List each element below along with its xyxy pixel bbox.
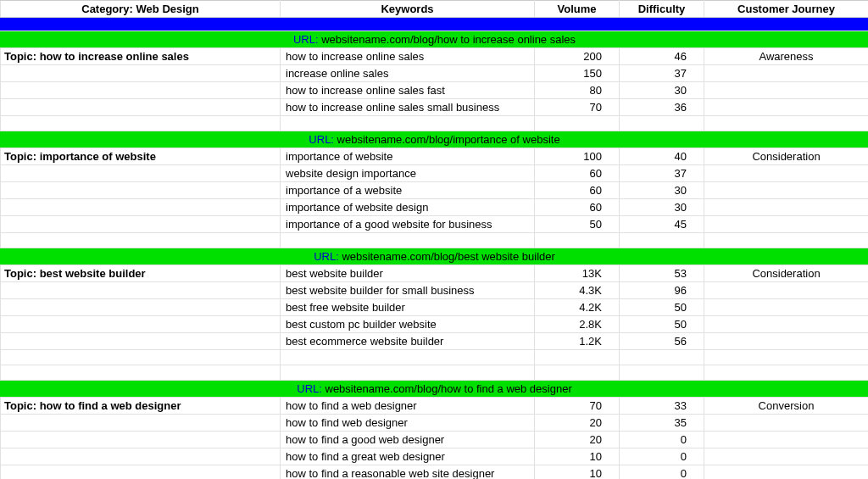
journey-cell — [704, 182, 869, 199]
topic-name: how to find a web designer — [40, 399, 181, 412]
topic-name: importance of website — [40, 150, 156, 163]
url-row: URL: websitename.com/blog/how to increas… — [1, 31, 869, 48]
journey-cell — [704, 165, 869, 182]
table-row: best free website builder4.2K50 — [1, 299, 869, 316]
header-customer-journey: Customer Journey — [704, 1, 869, 18]
volume-cell: 60 — [535, 199, 620, 216]
keyword-cell: how to find a good web designer — [281, 432, 535, 448]
separator-blue — [1, 18, 869, 31]
table-row: best website builder for small business4… — [1, 282, 869, 299]
topic-label: Topic: — [4, 50, 40, 63]
url-cell: URL: websitename.com/blog/best website b… — [1, 248, 869, 265]
journey-cell — [704, 448, 869, 465]
difficulty-cell: 30 — [620, 82, 704, 99]
difficulty-cell: 53 — [620, 265, 704, 282]
volume-cell: 50 — [535, 216, 620, 233]
url-text: websitename.com/blog/best website builde… — [342, 250, 554, 263]
topic-cell: Topic: how to increase online sales — [1, 48, 281, 65]
journey-cell — [704, 316, 869, 333]
table-row: how to increase online sales small busin… — [1, 99, 869, 116]
keyword-cell: importance of website — [281, 148, 535, 165]
table-row: importance of a good website for busines… — [1, 216, 869, 233]
empty-cell — [704, 116, 869, 131]
empty-cell — [281, 233, 535, 248]
url-text: websitename.com/blog/how to find a web d… — [326, 382, 572, 395]
category-label: Category: — [81, 3, 133, 15]
empty-row — [1, 116, 869, 131]
journey-cell — [704, 299, 869, 316]
keyword-cell: how to increase online sales fast — [281, 82, 535, 99]
volume-cell: 10 — [535, 448, 620, 465]
keyword-cell: best website builder for small business — [281, 282, 535, 299]
keyword-cell: how to find a web designer — [281, 398, 535, 415]
topic-cell — [1, 199, 281, 216]
topic-cell: Topic: importance of website — [1, 148, 281, 165]
topic-cell — [1, 415, 281, 432]
table-row: best ecommerce website builder1.2K56 — [1, 333, 869, 350]
empty-cell — [281, 350, 535, 365]
table-row: Topic: how to increase online saleshow t… — [1, 48, 869, 65]
keyword-cell: best website builder — [281, 265, 535, 282]
difficulty-cell: 35 — [620, 415, 704, 432]
journey-cell — [704, 216, 869, 233]
topic-cell — [1, 432, 281, 448]
keyword-cell: how to increase online sales — [281, 48, 535, 65]
difficulty-cell: 46 — [620, 48, 704, 65]
url-label: URL: — [314, 250, 342, 263]
journey-cell — [704, 432, 869, 448]
keyword-cell: best ecommerce website builder — [281, 333, 535, 350]
url-row: URL: websitename.com/blog/how to find a … — [1, 381, 869, 398]
volume-cell: 70 — [535, 398, 620, 415]
volume-cell: 70 — [535, 99, 620, 116]
journey-cell — [704, 333, 869, 350]
difficulty-cell: 30 — [620, 182, 704, 199]
url-label: URL: — [297, 382, 325, 395]
topic-cell — [1, 182, 281, 199]
keyword-cell: importance of website design — [281, 199, 535, 216]
url-label: URL: — [293, 33, 321, 46]
empty-cell — [1, 350, 281, 365]
keyword-cell: increase online sales — [281, 65, 535, 82]
table-row: how to find a reasonable web site design… — [1, 465, 869, 480]
empty-cell — [535, 233, 620, 248]
volume-cell: 10 — [535, 465, 620, 480]
volume-cell: 60 — [535, 165, 620, 182]
empty-cell — [620, 350, 704, 365]
url-text: websitename.com/blog/how to increase onl… — [321, 33, 576, 46]
difficulty-cell: 30 — [620, 199, 704, 216]
journey-cell — [704, 82, 869, 99]
topic-cell — [1, 333, 281, 350]
journey-cell — [704, 65, 869, 82]
difficulty-cell: 50 — [620, 299, 704, 316]
table-row: how to find a good web designer200 — [1, 432, 869, 448]
keyword-planning-table: Category: Web Design Keywords Volume Dif… — [0, 0, 868, 479]
volume-cell: 200 — [535, 48, 620, 65]
topic-cell — [1, 465, 281, 480]
difficulty-cell: 0 — [620, 432, 704, 448]
difficulty-cell: 50 — [620, 316, 704, 333]
empty-cell — [704, 350, 869, 365]
empty-cell — [1, 233, 281, 248]
empty-cell — [281, 365, 535, 381]
journey-cell — [704, 465, 869, 480]
topic-cell — [1, 99, 281, 116]
keyword-cell: importance of a good website for busines… — [281, 216, 535, 233]
difficulty-cell: 33 — [620, 398, 704, 415]
header-row: Category: Web Design Keywords Volume Dif… — [1, 1, 869, 18]
table-row: how to increase online sales fast8030 — [1, 82, 869, 99]
volume-cell: 100 — [535, 148, 620, 165]
empty-cell — [620, 116, 704, 131]
url-text: websitename.com/blog/importance of websi… — [337, 133, 560, 146]
topic-name: best website builder — [40, 267, 146, 280]
volume-cell: 4.3K — [535, 282, 620, 299]
topic-cell — [1, 216, 281, 233]
volume-cell: 80 — [535, 82, 620, 99]
journey-cell — [704, 282, 869, 299]
topic-cell: Topic: best website builder — [1, 265, 281, 282]
difficulty-cell: 45 — [620, 216, 704, 233]
empty-cell — [704, 233, 869, 248]
url-row: URL: websitename.com/blog/importance of … — [1, 131, 869, 148]
empty-cell — [620, 365, 704, 381]
difficulty-cell: 96 — [620, 282, 704, 299]
separator-blue-cell — [1, 18, 869, 31]
